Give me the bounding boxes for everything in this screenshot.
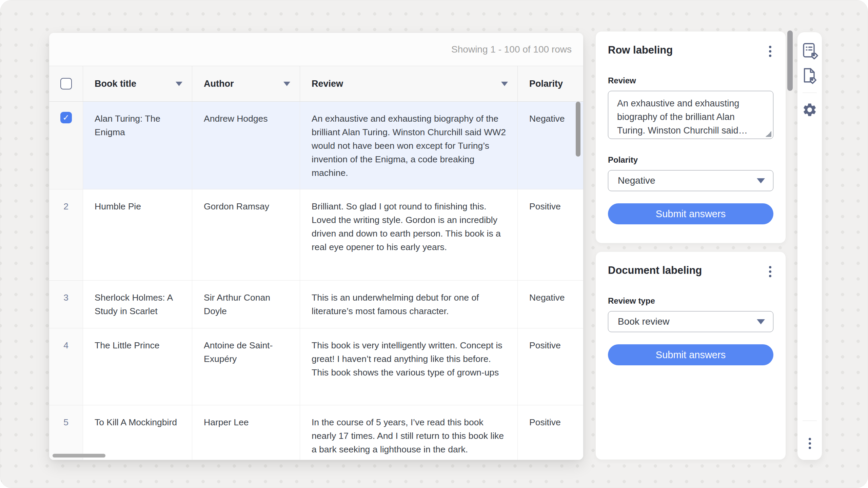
sort-arrow-icon[interactable] xyxy=(176,82,182,86)
settings-gear-icon[interactable] xyxy=(800,100,819,119)
table-row[interactable]: 5 To Kill A Mockingbird Harper Lee In th… xyxy=(49,405,583,460)
cell-polarity: Negative xyxy=(518,281,583,328)
cell-polarity: Positive xyxy=(518,189,583,280)
polarity-select[interactable]: Negative xyxy=(608,170,773,191)
row-labeling-title: Row labeling xyxy=(608,43,673,57)
document-labeling-title: Document labeling xyxy=(608,263,702,278)
cell-author: Antoine de Saint-Exupéry xyxy=(192,328,300,405)
header-checkbox-cell xyxy=(49,66,83,101)
data-table-card: Showing 1 - 100 of 100 rows Book title A… xyxy=(49,33,583,460)
row-number: 5 xyxy=(49,405,83,460)
column-header-author[interactable]: Author xyxy=(192,66,300,101)
cell-polarity: Negative xyxy=(518,102,583,189)
document-labeling-icon[interactable] xyxy=(800,66,819,85)
cell-book-title: To Kill A Mockingbird xyxy=(83,405,192,460)
review-type-select-value: Book review xyxy=(618,316,670,327)
table-horizontal-scrollbar[interactable] xyxy=(53,454,105,458)
cell-polarity: Positive xyxy=(518,328,583,405)
sort-arrow-icon[interactable] xyxy=(501,82,508,86)
row-number: 4 xyxy=(49,328,83,405)
column-label: Polarity xyxy=(529,79,563,89)
row-number: 3 xyxy=(49,281,83,328)
review-type-field-label: Review type xyxy=(608,296,773,306)
cell-author: Sir Arthur Conan Doyle xyxy=(192,281,300,328)
toolbar-divider xyxy=(803,421,817,421)
review-textarea-value: An exhaustive and exhausting biography o… xyxy=(617,98,748,136)
review-textarea[interactable]: An exhaustive and exhausting biography o… xyxy=(608,91,773,139)
panel-vertical-scrollbar[interactable] xyxy=(787,30,793,91)
toolbar-divider xyxy=(803,93,817,93)
table-topbar: Showing 1 - 100 of 100 rows xyxy=(49,33,583,66)
review-type-select[interactable]: Book review xyxy=(608,311,773,332)
chevron-down-icon xyxy=(757,319,765,324)
cell-author: Gordon Ramsay xyxy=(192,189,300,280)
column-header-review[interactable]: Review xyxy=(300,66,518,101)
cell-review: This is an underwhelming debut for one o… xyxy=(300,281,518,328)
row-select-cell: ✓ xyxy=(49,102,83,189)
right-toolbar xyxy=(797,32,822,460)
column-label: Author xyxy=(204,79,234,89)
table-row[interactable]: 3 Sherlock Holmes: A Study in Scarlet Si… xyxy=(49,281,583,328)
table-row[interactable]: 2 Humble Pie Gordon Ramsay Brilliant. So… xyxy=(49,189,583,281)
column-header-book-title[interactable]: Book title xyxy=(83,66,192,101)
more-options-icon[interactable] xyxy=(807,435,813,452)
column-header-polarity[interactable]: Polarity xyxy=(518,66,583,101)
polarity-field-label: Polarity xyxy=(608,155,773,165)
cell-book-title: Sherlock Holmes: A Study in Scarlet xyxy=(83,281,192,328)
cell-book-title: The Little Prince xyxy=(83,328,192,405)
column-label: Book title xyxy=(95,79,136,89)
table-row[interactable]: 4 The Little Prince Antoine de Saint-Exu… xyxy=(49,328,583,405)
kebab-menu-icon[interactable] xyxy=(767,43,773,60)
column-label: Review xyxy=(312,79,343,89)
table-row[interactable]: ✓ Alan Turing: The Enigma Andrew Hodges … xyxy=(49,102,583,189)
row-checkbox-checked[interactable]: ✓ xyxy=(60,112,72,123)
table-header-row: Book title Author Review Polarity xyxy=(49,66,583,102)
table-vertical-scrollbar[interactable] xyxy=(576,102,580,157)
document-labeling-card: Document labeling Review type Book revie… xyxy=(595,251,786,460)
cell-review: An exhaustive and exhausting biography o… xyxy=(300,102,518,189)
select-all-checkbox[interactable] xyxy=(60,78,72,89)
row-labeling-icon[interactable] xyxy=(800,41,819,60)
cell-review: In the course of 5 years, I’ve read this… xyxy=(300,405,518,460)
row-labeling-submit-button[interactable]: Submit answers xyxy=(608,203,773,224)
resize-handle-icon[interactable] xyxy=(766,131,771,137)
cell-author: Andrew Hodges xyxy=(192,102,300,189)
sort-arrow-icon[interactable] xyxy=(283,82,290,86)
row-labeling-card: Row labeling Review An exhaustive and ex… xyxy=(595,31,786,243)
row-number: 2 xyxy=(49,189,83,280)
polarity-select-value: Negative xyxy=(618,175,655,186)
document-labeling-submit-button[interactable]: Submit answers xyxy=(608,344,773,365)
cell-polarity: Positive xyxy=(518,405,583,460)
cell-book-title: Humble Pie xyxy=(83,189,192,280)
cell-book-title: Alan Turing: The Enigma xyxy=(83,102,192,189)
chevron-down-icon xyxy=(757,178,765,183)
cell-author: Harper Lee xyxy=(192,405,300,460)
cell-review: This book is very intelligently written.… xyxy=(300,328,518,405)
app-background: Showing 1 - 100 of 100 rows Book title A… xyxy=(0,0,868,488)
kebab-menu-icon[interactable] xyxy=(767,263,773,280)
cell-review: Brilliant. So glad I got round to finish… xyxy=(300,189,518,280)
rows-count-status: Showing 1 - 100 of 100 rows xyxy=(451,44,572,55)
review-field-label: Review xyxy=(608,76,773,85)
